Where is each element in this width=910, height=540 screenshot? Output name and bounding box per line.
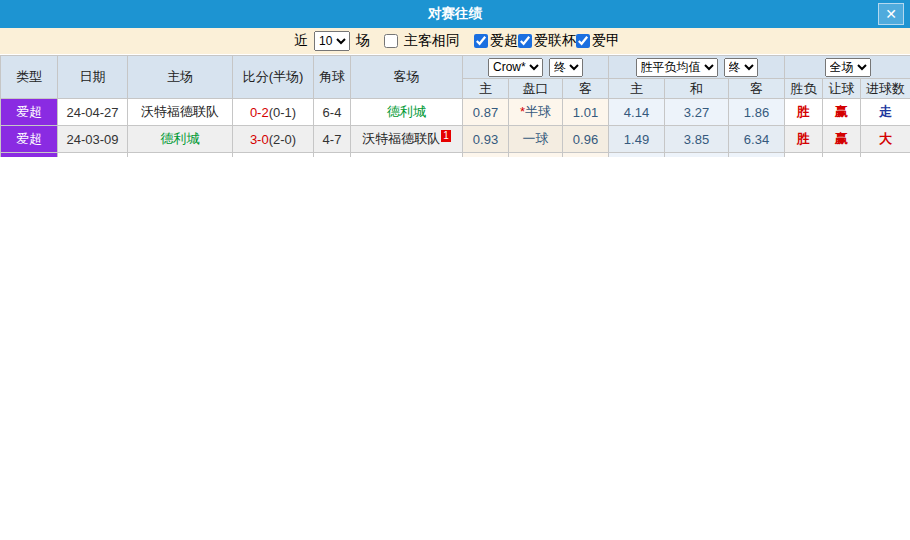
league-checkbox-0-label: 爱超 xyxy=(490,32,518,50)
result-handicap: 赢 xyxy=(823,126,861,153)
league-checkbox-2[interactable] xyxy=(576,34,590,48)
eu-away-odds: 6.34 xyxy=(729,126,785,153)
halftime-score: (0-1) xyxy=(269,105,296,120)
away-team: 德利城 xyxy=(351,99,463,126)
result-goals: 走 xyxy=(861,99,910,126)
dialog-titlebar: 对赛往绩 ✕ xyxy=(0,0,910,28)
h2h-dialog: 对赛往绩 ✕ 近 10 场 主客相同 爱超 爱联杯 爱甲 xyxy=(0,0,910,157)
europe-odds-group: 胜平负均值终 xyxy=(609,56,785,79)
col-header-ah-home: 主 xyxy=(463,79,509,99)
away-team-name: 德利城 xyxy=(387,104,426,119)
halftime-score: (2-0) xyxy=(269,132,296,147)
col-header-handicap-result: 让球 xyxy=(823,79,861,99)
fulltime-score: 3-0 xyxy=(250,132,269,147)
filter-bar: 近 10 场 主客相同 爱超 爱联杯 爱甲 xyxy=(0,28,910,54)
score-cell: 0-2(0-1) xyxy=(233,99,314,126)
col-header-eu-away: 客 xyxy=(729,79,785,99)
near-label: 近 xyxy=(294,32,308,50)
league-checkbox-1[interactable] xyxy=(518,34,532,48)
match-row-1: 爱超 24-04-27 沃特福德联队 0-2(0-1) 6-4 德利城 0.87… xyxy=(1,99,910,126)
league-badge: 爱超 xyxy=(1,153,58,158)
home-team: 沃特福德联队 xyxy=(128,99,233,126)
league-checkbox-0[interactable] xyxy=(474,34,488,48)
eu-draw-odds: 3.85 xyxy=(665,126,729,153)
ah-line-text: 半球 xyxy=(525,104,551,119)
match-row-2: 爱超 24-03-09 德利城 3-0(2-0) 4-7 沃特福德联队1 0.9… xyxy=(1,126,910,153)
home-team: 德利城 xyxy=(128,126,233,153)
ah-away-odds: 0.96 xyxy=(563,126,609,153)
dialog-title: 对赛往绩 xyxy=(428,6,482,21)
league-badge: 爱超 xyxy=(1,126,58,153)
europe-odds-select[interactable]: 胜平负均值 xyxy=(636,58,718,77)
col-header-home: 主场 xyxy=(128,56,233,99)
result-goals: 大 xyxy=(861,126,910,153)
league-badge: 爱超 xyxy=(1,99,58,126)
h2h-table: 类型 日期 主场 比分(半场) 角球 客场 Crow*终 胜平负均值终 全场 xyxy=(0,55,910,157)
same-venue-label: 主客相同 xyxy=(404,32,460,50)
ah-line: *半球 xyxy=(509,99,563,126)
ah-home-odds: 0.93 xyxy=(463,126,509,153)
eu-home-odds: 4.14 xyxy=(609,99,665,126)
col-header-away: 客场 xyxy=(351,56,463,99)
h2h-table-container: 类型 日期 主场 比分(半场) 角球 客场 Crow*终 胜平负均值终 全场 xyxy=(0,55,910,157)
match-date: 24-04-27 xyxy=(58,99,128,126)
result-wdl: 胜 xyxy=(785,126,823,153)
rank-superscript-badge: 1 xyxy=(441,130,451,142)
ah-away-odds: 1.01 xyxy=(563,99,609,126)
corner-count: 4-7 xyxy=(314,126,351,153)
col-header-goals-result: 进球数 xyxy=(861,79,910,99)
match-date: 24-03-09 xyxy=(58,126,128,153)
away-team-name: 沃特福德联队 xyxy=(362,131,440,146)
bookmaker-select[interactable]: Crow* xyxy=(488,58,543,77)
col-header-corner: 角球 xyxy=(314,56,351,99)
col-header-type: 类型 xyxy=(1,56,58,99)
matches-label: 场 xyxy=(356,32,370,50)
ah-line: 一球 xyxy=(509,126,563,153)
close-icon: ✕ xyxy=(885,6,897,22)
result-wdl: 胜 xyxy=(785,99,823,126)
home-team-name: 德利城 xyxy=(161,131,200,146)
col-header-result: 胜负 xyxy=(785,79,823,99)
col-header-score: 比分(半场) xyxy=(233,56,314,99)
match-count-select[interactable]: 10 xyxy=(314,31,350,51)
corner-count: 6-4 xyxy=(314,99,351,126)
ah-line-text: 一球 xyxy=(523,131,549,146)
eu-draw-odds: 3.27 xyxy=(665,99,729,126)
result-handicap: 赢 xyxy=(823,99,861,126)
bookmaker-state-select[interactable]: 终 xyxy=(549,58,583,77)
col-header-eu-draw: 和 xyxy=(665,79,729,99)
col-header-ah-line: 盘口 xyxy=(509,79,563,99)
same-venue-checkbox[interactable] xyxy=(384,34,398,48)
col-header-ah-away: 客 xyxy=(563,79,609,99)
eu-away-odds: 1.86 xyxy=(729,99,785,126)
league-checkbox-2-label: 爱甲 xyxy=(592,32,620,50)
europe-state-select[interactable]: 终 xyxy=(724,58,758,77)
asian-handicap-group: Crow*终 xyxy=(463,56,609,79)
col-header-eu-home: 主 xyxy=(609,79,665,99)
odds-selects-row: 类型 日期 主场 比分(半场) 角球 客场 Crow*终 胜平负均值终 全场 xyxy=(1,56,910,79)
result-group: 全场 xyxy=(785,56,910,79)
match-row-partial: 爱超 xyxy=(1,153,910,158)
fulltime-score: 0-2 xyxy=(250,105,269,120)
eu-home-odds: 1.49 xyxy=(609,126,665,153)
away-team: 沃特福德联队1 xyxy=(351,126,463,153)
league-checkbox-1-label: 爱联杯 xyxy=(534,32,576,50)
score-cell: 3-0(2-0) xyxy=(233,126,314,153)
ah-home-odds: 0.87 xyxy=(463,99,509,126)
home-team-name: 沃特福德联队 xyxy=(141,104,219,119)
close-button[interactable]: ✕ xyxy=(878,3,904,25)
scope-select[interactable]: 全场 xyxy=(825,58,871,77)
col-header-date: 日期 xyxy=(58,56,128,99)
